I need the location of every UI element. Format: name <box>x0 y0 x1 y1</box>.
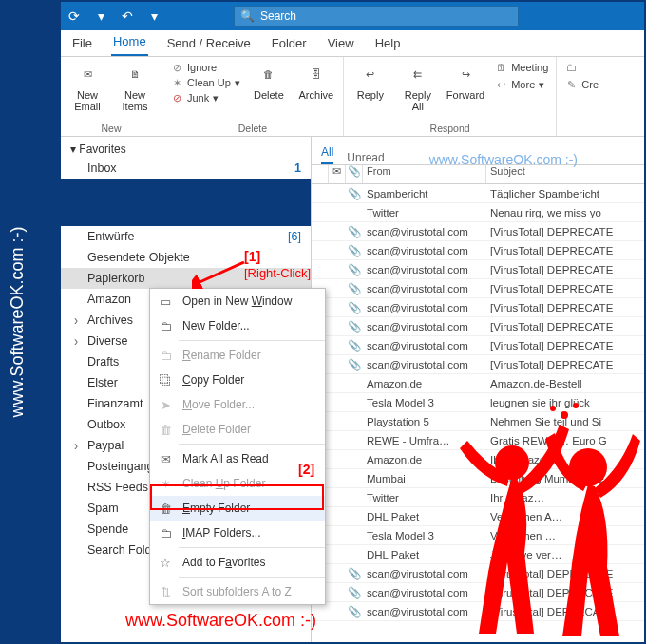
mail-row[interactable]: 📎scan@virustotal.com[VirusTotal] DEPRECA… <box>312 564 644 583</box>
col-attachment[interactable]: 📎 <box>346 165 363 183</box>
mail-row[interactable]: REWE - Umfra…Gratis REWE … Euro G <box>312 431 644 450</box>
mail-row[interactable]: TwitterNenau rirg, we miss yo <box>312 203 644 222</box>
delete-button[interactable]: 🗑 Delete <box>250 61 288 101</box>
mail-row[interactable]: 📎SpamberichtTäglicher Spambericht <box>312 184 644 203</box>
ribbon-group-delete: ⊘Ignore ✶Clean Up ▾ ⊘Junk ▾ 🗑 Delete 🗄 A… <box>162 57 344 136</box>
nav-inbox[interactable]: Inbox1 <box>61 158 311 179</box>
menu-help[interactable]: Help <box>373 32 403 56</box>
favorites-header[interactable]: ▾ Favorites <box>61 137 311 158</box>
sort-icon: ⇅ <box>158 584 173 599</box>
annotation-two: [2] <box>298 462 314 477</box>
calendar-icon: 🗓 <box>494 61 507 74</box>
mail-row[interactable]: Playstation 5Nehmen Sie teil und Si <box>312 412 644 431</box>
ribbon-group-new: ✉ New Email 🗎 New Items New <box>61 57 162 136</box>
nav-gesendete[interactable]: Gesendete Objekte <box>61 247 311 268</box>
mail-row[interactable]: Amazon.deAmazon.de-Bestell <box>312 374 644 393</box>
menu-home[interactable]: Home <box>111 30 148 56</box>
decorative-block <box>61 179 311 226</box>
more-button[interactable]: ↩More ▾ <box>494 78 548 91</box>
envelope-icon: ✉ <box>74 61 101 87</box>
reply-button[interactable]: ↩Reply <box>352 61 390 101</box>
mail-row[interactable]: 📎scan@virustotal.com[VirusTotal] DEPRECA… <box>312 260 644 279</box>
mail-row[interactable]: 📎scan@virustotal.com[VirusTotal] DEPRECA… <box>312 583 644 602</box>
ctx-copy[interactable]: ⿻Copy Folder <box>150 368 325 392</box>
quick-row1[interactable]: 🗀 <box>564 61 598 74</box>
forward-icon: ↪ <box>452 61 479 87</box>
mail-row[interactable]: Tesla Model 3leugnen sie ihr glück <box>312 393 644 412</box>
replyall-button[interactable]: ⇇Reply All <box>399 61 437 112</box>
mail-row[interactable]: 📎scan@virustotal.com[VirusTotal] DEPRECA… <box>312 241 644 260</box>
sync-icon[interactable]: ⟳ <box>61 3 87 29</box>
mail-row[interactable]: MumbaiBestellung Mumbai: Lie <box>312 469 644 488</box>
col-subject[interactable]: Subject <box>486 165 644 183</box>
mail-row[interactable]: Tesla Model 3Versuchen … <box>312 526 644 545</box>
trash-icon: 🗑 <box>256 61 282 87</box>
tab-unread[interactable]: Unread <box>347 151 384 164</box>
mail-row[interactable]: DHL PaketVersuchen A… <box>312 507 644 526</box>
forward-button[interactable]: ↪Forward <box>446 61 484 101</box>
mail-row[interactable]: DHL PaketJetzt live ver… <box>312 545 644 564</box>
rename-icon: 🗀 <box>158 348 173 363</box>
mail-row[interactable]: 📎scan@virustotal.com[VirusTotal] DEPRECA… <box>312 602 644 621</box>
menu-file[interactable]: File <box>70 32 94 56</box>
ribbon-group-quick: 🗀 ✎Cre <box>557 57 606 136</box>
star-icon: ☆ <box>158 555 173 570</box>
new-items-icon: 🗎 <box>122 61 148 87</box>
annotation-rightclick: [Right-Click] <box>244 266 311 280</box>
ctx-move: ➤Move Folder... <box>150 392 325 417</box>
create-icon: ✎ <box>564 78 578 91</box>
new-items-label: New Items <box>118 89 152 112</box>
ctx-add-favorites[interactable]: ☆Add to Favorites <box>150 550 325 575</box>
dropdown-icon[interactable]: ▾ <box>87 3 114 29</box>
mail-row[interactable]: TwitterIhr Amaz… <box>312 488 644 507</box>
menu-folder[interactable]: Folder <box>270 32 309 56</box>
mail-row[interactable]: 📎scan@virustotal.com[VirusTotal] DEPRECA… <box>312 222 644 241</box>
tab-all[interactable]: All <box>321 145 333 164</box>
create-button[interactable]: ✎Cre <box>564 78 598 91</box>
delete-icon: 🗑 <box>158 422 173 437</box>
mail-list[interactable]: 📎SpamberichtTäglicher SpamberichtTwitter… <box>312 184 644 642</box>
menu-view[interactable]: View <box>326 32 356 56</box>
watermark-footer: www.SoftwareOK.com :-) <box>125 611 316 631</box>
watermark-vertical: www.SoftwareOK.com :-) <box>8 226 28 417</box>
arrow-icon <box>192 260 249 289</box>
dropdown2-icon[interactable]: ▾ <box>141 3 167 29</box>
mail-row[interactable]: 📎scan@virustotal.com[VirusTotal] DEPRECA… <box>312 317 644 336</box>
mail-row[interactable]: 📎scan@virustotal.com[VirusTotal] DEPRECA… <box>312 279 644 298</box>
group-delete-label: Delete <box>170 121 335 134</box>
window-icon: ▭ <box>158 294 173 309</box>
new-items-button[interactable]: 🗎 New Items <box>116 61 154 112</box>
ignore-button[interactable]: ⊘Ignore <box>170 61 240 74</box>
ctx-imap[interactable]: 🗀IMAP Folders... <box>150 521 325 545</box>
junk-button[interactable]: ⊘Junk ▾ <box>170 91 240 104</box>
titlebar: ⟳ ▾ ↶ ▾ 🔍 Search <box>61 2 644 30</box>
nav-entwuerfe[interactable]: Entwürfe[6] <box>61 226 311 247</box>
search-input[interactable]: 🔍 Search <box>234 6 519 27</box>
mail-row[interactable]: 📎scan@virustotal.com[VirusTotal] DEPRECA… <box>312 355 644 374</box>
meeting-button[interactable]: 🗓Meeting <box>494 61 548 74</box>
folder-icon: 🗀 <box>158 318 173 333</box>
broom-icon: ✶ <box>170 76 183 89</box>
context-menu: ▭Open in New Window 🗀New Folder... 🗀Rena… <box>149 288 326 605</box>
group-respond-label: Respond <box>352 121 548 134</box>
mail-row[interactable]: 📎scan@virustotal.com[VirusTotal] DEPRECA… <box>312 336 644 355</box>
undo-icon[interactable]: ↶ <box>114 3 141 29</box>
ctx-rename: 🗀Rename Folder <box>150 343 325 368</box>
ribbon-group-respond: ↩Reply ⇇Reply All ↪Forward 🗓Meeting ↩Mor… <box>344 57 557 136</box>
move-icon: 🗀 <box>564 61 578 74</box>
mail-row[interactable]: Amazon.deIhre Amazon… <box>312 450 644 469</box>
cleanup-button[interactable]: ✶Clean Up ▾ <box>170 76 240 89</box>
col-from[interactable]: From <box>363 165 486 183</box>
ctx-open-new-window[interactable]: ▭Open in New Window <box>150 289 325 313</box>
archive-button[interactable]: 🗄 Archive <box>297 61 335 101</box>
mail-row[interactable]: 📎scan@virustotal.com[VirusTotal] DEPRECA… <box>312 298 644 317</box>
mailread-icon: ✉ <box>158 451 173 466</box>
new-email-label: New Email <box>70 89 104 112</box>
reply-icon: ↩ <box>357 61 384 87</box>
menu-sendreceive[interactable]: Send / Receive <box>165 32 253 56</box>
new-email-button[interactable]: ✉ New Email <box>68 61 106 112</box>
col-envelope[interactable]: ✉ <box>329 165 346 183</box>
ctx-new-folder[interactable]: 🗀New Folder... <box>150 313 325 338</box>
menubar: File Home Send / Receive Folder View Hel… <box>61 30 644 57</box>
ctx-empty-folder[interactable]: 🗑Empty Folder <box>150 496 325 521</box>
